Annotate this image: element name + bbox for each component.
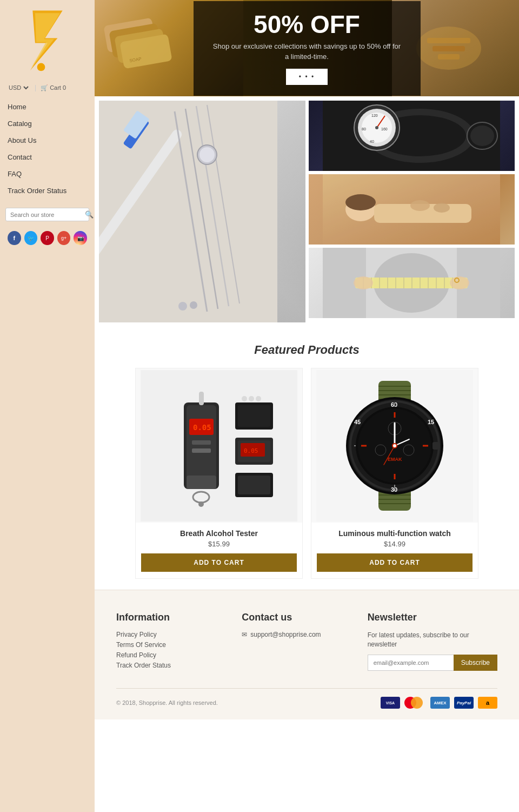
footer-link-terms[interactable]: Terms Of Service	[116, 641, 231, 649]
nav-link-catalog[interactable]: Catalog	[0, 115, 95, 132]
svg-rect-126	[432, 442, 440, 450]
product-card-1: 0.05	[135, 368, 303, 579]
svg-text:80: 80	[362, 127, 366, 131]
facebook-icon: f	[13, 235, 15, 241]
search-icon: 🔍	[85, 210, 94, 219]
svg-text:40: 40	[370, 140, 374, 143]
tape-measure-image[interactable]	[309, 248, 515, 318]
add-to-cart-label-1: ADD TO CART	[194, 559, 244, 566]
footer: Information Privacy Policy Terms Of Serv…	[95, 590, 519, 719]
blood-pressure-image[interactable]: 120 80 160 40	[309, 101, 515, 171]
visa-icon: VISA	[381, 697, 400, 709]
svg-point-74	[198, 501, 204, 507]
nav-item-catalog[interactable]: Catalog	[0, 115, 95, 132]
payment-icons: VISA AMEX PayPal a	[381, 697, 497, 709]
nav-menu: Home Catalog About Us Contact FAQ Track …	[0, 94, 95, 203]
svg-text:160: 160	[381, 127, 388, 131]
svg-rect-72	[187, 476, 216, 489]
nav-link-contact[interactable]: Contact	[0, 149, 95, 166]
add-to-cart-button-2[interactable]: ADD TO CART	[317, 553, 473, 572]
main-content: SOAP 50% OFF Shop our exclusive collecti…	[95, 0, 519, 812]
twitter-link[interactable]: 🐦	[24, 231, 38, 245]
svg-text:15: 15	[428, 419, 434, 425]
contact-title: Contact us	[242, 612, 356, 623]
product-image-2: 60 15 30 45	[311, 368, 478, 523]
category-grid: 120 80 160 40	[95, 96, 519, 327]
googleplus-icon: g+	[61, 235, 66, 241]
paypal-icon: PayPal	[454, 697, 474, 709]
newsletter-form: Subscribe	[368, 655, 497, 671]
featured-title: Featured Products	[105, 343, 508, 357]
svg-text:45: 45	[354, 419, 361, 425]
svg-rect-71	[192, 448, 211, 453]
add-to-cart-button-1[interactable]: ADD TO CART	[141, 553, 297, 572]
instagram-link[interactable]: 📷	[74, 231, 87, 245]
nav-item-contact[interactable]: Contact	[0, 149, 95, 166]
googleplus-link[interactable]: g+	[57, 231, 71, 245]
search-button[interactable]: 🔍	[85, 210, 94, 219]
site-logo[interactable]	[18, 8, 77, 73]
twitter-icon: 🐦	[28, 235, 34, 241]
nav-link-home[interactable]: Home	[0, 98, 95, 115]
logo-container[interactable]	[0, 0, 95, 81]
svg-rect-75	[199, 392, 204, 405]
svg-text:EMAK: EMAK	[388, 457, 402, 462]
hero-shop-button[interactable]: • • •	[286, 69, 328, 85]
hero-btn-label: • • •	[299, 73, 315, 81]
svg-point-22	[178, 302, 187, 311]
svg-point-62	[354, 276, 373, 289]
category-right-col: 120 80 160 40	[309, 101, 515, 322]
svg-point-23	[190, 301, 197, 309]
currency-cart-bar: USD | 🛒 Cart 0	[0, 81, 95, 94]
featured-products-section: Featured Products 0.05	[95, 327, 519, 590]
newsletter-email-input[interactable]	[368, 655, 454, 671]
svg-rect-70	[192, 440, 211, 445]
footer-bottom: © 2018, Shopprise. All rights reserved. …	[116, 688, 497, 709]
massage-image[interactable]	[309, 174, 515, 245]
footer-link-privacy[interactable]: Privacy Policy	[116, 631, 231, 638]
facebook-link[interactable]: f	[8, 231, 21, 245]
svg-rect-45	[323, 174, 500, 245]
footer-newsletter: Newsletter For latest updates, subscribe…	[368, 612, 497, 672]
currency-selector[interactable]: USD	[6, 84, 30, 91]
nav-link-track-order[interactable]: Track Order Status	[0, 182, 95, 199]
copyright-text: © 2018, Shopprise. All rights reserved.	[116, 699, 218, 706]
svg-text:120: 120	[371, 114, 378, 117]
email-icon: ✉	[242, 631, 247, 638]
category-dental[interactable]	[99, 101, 305, 322]
search-input[interactable]	[10, 212, 85, 218]
svg-point-85	[249, 396, 254, 401]
instagram-icon: 📷	[77, 235, 84, 241]
footer-contact: Contact us ✉ support@shopprise.com	[242, 612, 356, 672]
contact-email: ✉ support@shopprise.com	[242, 631, 356, 638]
hero-banner: SOAP 50% OFF Shop our exclusive collecti…	[95, 0, 519, 96]
product-name-1: Breath Alcohol Tester	[136, 523, 302, 540]
nav-item-home[interactable]: Home	[0, 98, 95, 115]
nav-item-track-order[interactable]: Track Order Status	[0, 182, 95, 199]
svg-rect-77	[238, 405, 270, 427]
svg-point-84	[242, 396, 247, 401]
nav-item-faq[interactable]: FAQ	[0, 166, 95, 182]
email-address: support@shopprise.com	[250, 631, 321, 638]
newsletter-title: Newsletter	[368, 612, 497, 623]
cart-link[interactable]: 🛒 Cart 0	[41, 84, 66, 91]
hero-discount-text: 50% OFF	[212, 12, 402, 37]
product-name-2: Luminous multi-function watch	[311, 523, 478, 540]
pinterest-link[interactable]: P	[41, 231, 54, 245]
svg-rect-9	[427, 38, 470, 43]
add-to-cart-label-2: ADD TO CART	[369, 559, 420, 566]
svg-rect-11	[438, 54, 460, 60]
social-links: f 🐦 P g+ 📷	[0, 226, 95, 250]
cart-icon: 🛒	[41, 84, 48, 91]
footer-link-track[interactable]: Track Order Status	[116, 662, 231, 669]
svg-text:0.05: 0.05	[244, 447, 258, 454]
nav-link-about[interactable]: About Us	[0, 132, 95, 149]
nav-item-about[interactable]: About Us	[0, 132, 95, 149]
footer-link-refund[interactable]: Refund Policy	[116, 651, 231, 659]
footer-columns: Information Privacy Policy Terms Of Serv…	[116, 612, 497, 672]
nav-link-faq[interactable]: FAQ	[0, 166, 95, 182]
newsletter-subscribe-button[interactable]: Subscribe	[454, 655, 497, 671]
svg-text:0.05: 0.05	[193, 423, 211, 432]
svg-rect-83	[238, 476, 270, 494]
products-grid: 0.05	[105, 368, 508, 579]
